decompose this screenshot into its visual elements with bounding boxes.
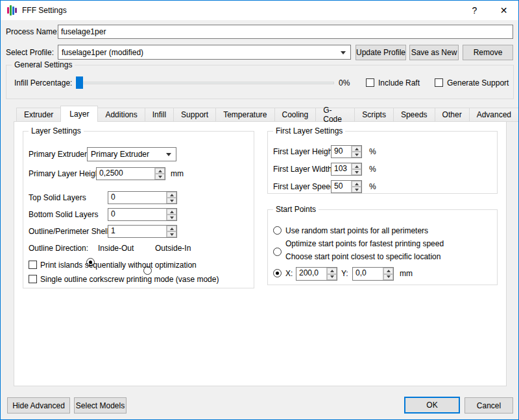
primary-extruder-label: Primary Extruder <box>29 150 87 159</box>
spin-down-icon[interactable] <box>352 152 361 158</box>
optimize-start-points-radio[interactable] <box>273 248 282 256</box>
outline-shells-value[interactable]: 1 <box>108 226 166 237</box>
start-x-value[interactable]: 200,0 <box>296 268 326 280</box>
spin-up-icon[interactable] <box>352 163 361 169</box>
help-button[interactable]: ? <box>460 1 489 20</box>
first-layer-width-spinbox[interactable]: 103 <box>331 163 362 176</box>
chevron-down-icon <box>341 51 346 54</box>
tab-scripts[interactable]: Scripts <box>354 108 394 122</box>
start-y-spinbox[interactable]: 0,0 <box>352 267 394 281</box>
top-solid-layers-value[interactable]: 0 <box>108 192 166 204</box>
spin-up-icon[interactable] <box>167 192 176 198</box>
spin-up-icon[interactable] <box>352 146 361 152</box>
generate-support-checkbox[interactable] <box>435 78 443 87</box>
first-layer-width-unit: % <box>369 165 376 174</box>
include-raft-label: Include Raft <box>378 78 420 88</box>
tab-other[interactable]: Other <box>435 108 470 122</box>
save-as-new-button[interactable]: Save as New <box>409 45 459 60</box>
spin-up-icon[interactable] <box>167 209 176 215</box>
ok-button[interactable]: OK <box>404 397 460 414</box>
select-models-button[interactable]: Select Models <box>74 397 127 414</box>
spin-up-icon[interactable] <box>155 168 165 174</box>
primary-extruder-value: Primary Extruder <box>91 150 149 159</box>
first-layer-height-label: First Layer Height <box>273 147 335 157</box>
remove-profile-button[interactable]: Remove <box>463 45 513 60</box>
first-layer-speed-label: First Layer Speed <box>273 182 335 192</box>
tab-temperature[interactable]: Temperature <box>215 108 274 122</box>
start-y-label: Y: <box>341 269 348 279</box>
layer-tab-page: Layer Settings Primary Extruder Primary … <box>14 121 507 386</box>
spin-up-icon[interactable] <box>383 268 393 274</box>
first-layer-speed-value[interactable]: 50 <box>332 181 351 192</box>
process-name-label: Process Name: <box>6 27 59 37</box>
select-profile-label: Select Profile: <box>6 48 54 58</box>
spin-down-icon[interactable] <box>327 274 337 281</box>
process-name-input[interactable] <box>58 25 513 39</box>
start-y-value[interactable]: 0,0 <box>353 268 383 280</box>
bottom-solid-layers-label: Bottom Solid Layers <box>29 210 98 220</box>
tab-extruder[interactable]: Extruder <box>16 108 61 122</box>
spin-down-icon[interactable] <box>155 174 165 180</box>
top-solid-layers-spinbox[interactable]: 0 <box>108 191 177 204</box>
first-layer-settings-group: First Layer Settings First Layer Height … <box>267 131 498 194</box>
first-layer-width-value[interactable]: 103 <box>332 163 351 175</box>
simplify3d-logo-icon <box>7 5 17 16</box>
window-title: FFF Settings <box>22 6 67 15</box>
spin-down-icon[interactable] <box>383 274 393 281</box>
outline-shells-label: Outline/Perimeter Shells <box>29 227 112 237</box>
start-points-group: Start Points Use random start points for… <box>267 209 498 285</box>
tab-layer[interactable]: Layer <box>60 106 98 122</box>
general-settings-legend: General Settings <box>12 60 75 70</box>
close-button[interactable]: ✕ <box>489 1 518 20</box>
tab-additions[interactable]: Additions <box>97 108 145 122</box>
print-islands-checkbox[interactable] <box>29 261 37 269</box>
first-layer-height-spinbox[interactable]: 90 <box>331 145 362 158</box>
print-islands-label: Print islands sequentially without optim… <box>40 261 197 270</box>
cancel-button[interactable]: Cancel <box>465 397 513 414</box>
outline-shells-spinbox[interactable]: 1 <box>108 225 177 238</box>
hide-advanced-button[interactable]: Hide Advanced <box>7 397 70 414</box>
first-layer-height-value[interactable]: 90 <box>332 146 351 158</box>
spin-down-icon[interactable] <box>352 187 361 192</box>
tab-support[interactable]: Support <box>173 108 216 122</box>
infill-percentage-label: Infill Percentage: <box>14 78 72 88</box>
bottom-solid-layers-value[interactable]: 0 <box>108 209 166 220</box>
closest-start-point-label: Choose start point closest to specific l… <box>285 252 441 262</box>
start-x-spinbox[interactable]: 200,0 <box>296 267 337 281</box>
primary-layer-height-value[interactable]: 0,2500 <box>97 168 154 180</box>
slider-thumb[interactable] <box>76 76 83 89</box>
closest-start-point-radio[interactable] <box>273 269 282 277</box>
tab-infill[interactable]: Infill <box>145 108 174 122</box>
spin-up-icon[interactable] <box>327 268 337 274</box>
outline-direction-label: Outline Direction: <box>29 244 88 253</box>
spin-down-icon[interactable] <box>167 231 176 237</box>
primary-layer-height-label: Primary Layer Height <box>29 169 102 179</box>
start-xy-unit: mm <box>400 269 413 279</box>
random-start-points-radio[interactable] <box>273 226 282 235</box>
spin-down-icon[interactable] <box>352 169 361 175</box>
first-layer-speed-spinbox[interactable]: 50 <box>331 180 362 193</box>
tab-speeds[interactable]: Speeds <box>393 108 435 122</box>
tab-cooling[interactable]: Cooling <box>274 108 317 122</box>
bottom-solid-layers-spinbox[interactable]: 0 <box>108 208 177 221</box>
tab-advanced[interactable]: Advanced <box>469 108 519 122</box>
tab-gcode[interactable]: G-Code <box>315 108 355 122</box>
primary-layer-height-spinbox[interactable]: 0,2500 <box>96 167 165 180</box>
spin-down-icon[interactable] <box>167 215 176 220</box>
top-solid-layers-label: Top Solid Layers <box>29 193 86 203</box>
spin-up-icon[interactable] <box>352 181 361 187</box>
general-settings-group: General Settings Infill Percentage: 0% I… <box>6 65 514 99</box>
spin-down-icon[interactable] <box>167 198 176 204</box>
vase-mode-checkbox[interactable] <box>29 275 37 283</box>
inside-out-label: Inside-Out <box>98 244 134 253</box>
profile-combobox[interactable]: fuselage1per (modified) <box>58 45 351 60</box>
primary-extruder-combobox[interactable]: Primary Extruder <box>87 147 176 161</box>
first-layer-speed-unit: % <box>369 182 376 192</box>
first-layer-height-unit: % <box>369 147 376 157</box>
update-profile-button[interactable]: Update Profile <box>356 45 406 60</box>
slider-track[interactable] <box>76 82 334 84</box>
chevron-down-icon <box>166 153 171 156</box>
include-raft-checkbox[interactable] <box>366 78 374 87</box>
spin-up-icon[interactable] <box>167 226 176 231</box>
infill-percentage-slider[interactable] <box>76 76 334 89</box>
